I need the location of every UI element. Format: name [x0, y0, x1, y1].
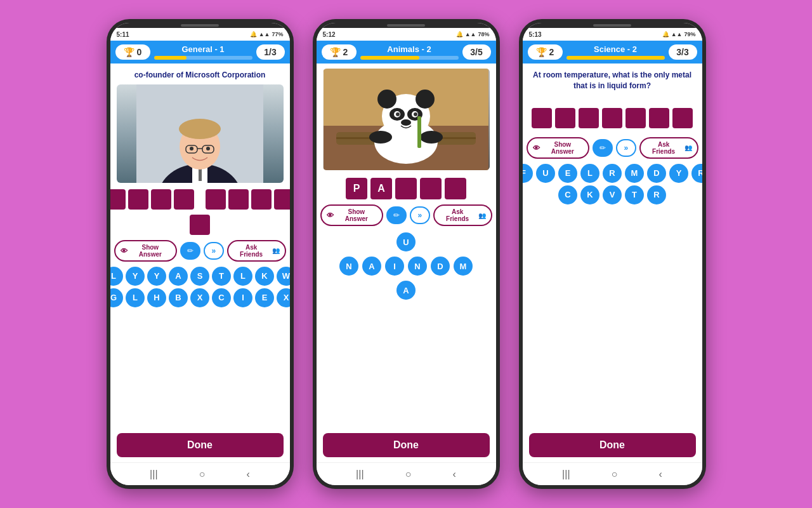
skip-button-2[interactable]: » — [410, 206, 430, 224]
time-2: 5:12 — [323, 31, 336, 38]
letter-C-1[interactable]: C — [212, 288, 231, 307]
eye-icon-1: 👁 — [121, 247, 128, 255]
skip-button-3[interactable]: » — [616, 139, 636, 157]
progress-bar-bg-3 — [566, 56, 665, 60]
phone-top-bar-1 — [110, 23, 290, 28]
letter-N-2a[interactable]: N — [339, 257, 358, 276]
skip-icon-2: » — [418, 211, 422, 220]
letter-X-1a[interactable]: X — [190, 288, 209, 307]
letter-L-1b[interactable]: L — [233, 267, 252, 286]
sci-letter-M-3[interactable]: M — [625, 164, 644, 183]
score-value-2: 2 — [343, 47, 348, 57]
letter-L-1[interactable]: L — [110, 267, 124, 286]
bill-gates-svg — [136, 84, 263, 183]
show-answer-button-1[interactable]: 👁 Show Answer — [114, 240, 178, 262]
answer-tile-A-2: A — [370, 178, 392, 199]
sci-letter-F-3[interactable]: F — [523, 164, 534, 183]
phone-body-2: P A 👁 Show Answer ✏ » Ask Frie — [317, 64, 496, 462]
letter-M-2[interactable]: M — [454, 257, 473, 276]
answer-tile-1-2 — [128, 189, 148, 210]
sci-letter-Y-3[interactable]: Y — [669, 164, 688, 183]
category-title-2: Animals - 2 — [387, 44, 431, 54]
letter-I-1[interactable]: I — [233, 288, 252, 307]
sci-letter-T-3[interactable]: T — [625, 185, 644, 204]
skip-button-1[interactable]: » — [204, 242, 224, 260]
avail-row-2c: A — [396, 281, 416, 300]
phone-2: 5:12 🔔 ▲▲ 78% 🏆 2 Animals - 2 3/5 — [313, 19, 500, 489]
science-letters-3: F U E L R M D Y R C K V T R — [523, 161, 702, 207]
ask-friends-button-3[interactable]: Ask Friends 👥 — [639, 137, 698, 159]
nav-menu-icon-1: ||| — [150, 469, 157, 480]
letter-N-2b[interactable]: N — [408, 257, 427, 276]
header-2: 🏆 2 Animals - 2 3/5 — [317, 41, 496, 64]
letter-K-1[interactable]: K — [255, 267, 274, 286]
letter-X-1b[interactable]: X — [277, 288, 290, 307]
show-answer-button-3[interactable]: 👁 Show Answer — [527, 137, 590, 159]
letter-D-2[interactable]: D — [431, 257, 450, 276]
letter-B-1[interactable]: B — [169, 288, 188, 307]
svg-point-25 — [401, 119, 411, 126]
letter-S-1[interactable]: S — [190, 267, 209, 286]
sci-letter-K-3[interactable]: K — [580, 185, 599, 204]
svg-point-27 — [420, 131, 443, 144]
sci-letter-L-3[interactable]: L — [580, 164, 599, 183]
status-bar-1: 5:11 🔔 ▲▲ 77% — [110, 28, 290, 41]
status-bar-3: 5:13 🔔 ▲▲ 79% — [523, 28, 702, 41]
show-answer-button-2[interactable]: 👁 Show Answer — [320, 204, 384, 226]
sci-letter-R-3b[interactable]: R — [691, 164, 702, 183]
nav-back-icon-2: ‹ — [453, 469, 456, 480]
friends-icon-1: 👥 — [272, 247, 280, 254]
svg-point-24 — [414, 112, 417, 116]
sci-letter-U-3[interactable]: U — [536, 164, 555, 183]
answer-word-tiles-2: P A — [317, 173, 496, 202]
sci-letter-D-3[interactable]: D — [647, 164, 666, 183]
letter-T-1[interactable]: T — [212, 267, 231, 286]
eraser-button-1[interactable]: ✏ — [180, 242, 200, 260]
sci-letter-R-3c[interactable]: R — [647, 185, 666, 204]
letter-Y-1b[interactable]: Y — [147, 267, 166, 286]
show-answer-label-2: Show Answer — [336, 208, 377, 222]
status-icons-2: 🔔 ▲▲ 78% — [456, 31, 490, 37]
letter-Y-1a[interactable]: Y — [126, 267, 145, 286]
sci-letter-row-3b: C K V T R — [558, 185, 666, 204]
action-buttons-2: 👁 Show Answer ✏ » Ask Friends 👥 — [317, 202, 496, 229]
sci-blank-1 — [532, 108, 552, 128]
svg-rect-28 — [417, 116, 421, 148]
sci-letter-R-3a[interactable]: R — [603, 164, 622, 183]
letter-A-2b[interactable]: A — [362, 257, 381, 276]
person-silhouette-1 — [117, 84, 284, 183]
question-text-3: At room temperature, what is the only me… — [523, 64, 702, 95]
sci-blank-4 — [602, 108, 622, 128]
done-button-2[interactable]: Done — [323, 433, 490, 457]
nav-home-icon-1: ○ — [199, 469, 206, 480]
letter-H-1[interactable]: H — [147, 288, 166, 307]
letter-I-2[interactable]: I — [385, 257, 404, 276]
ask-friends-button-2[interactable]: Ask Friends 👥 — [433, 204, 492, 226]
eraser-button-3[interactable]: ✏ — [593, 139, 613, 157]
svg-point-9 — [190, 147, 193, 150]
letter-U-2[interactable]: U — [396, 232, 416, 251]
letter-E-1[interactable]: E — [255, 288, 274, 307]
letter-A-2c[interactable]: A — [396, 281, 416, 300]
phone-body-3: At room temperature, what is the only me… — [523, 64, 702, 462]
letter-A-1[interactable]: A — [169, 267, 188, 286]
done-button-3[interactable]: Done — [529, 433, 696, 457]
svg-point-26 — [369, 131, 392, 144]
letter-L-1c[interactable]: L — [126, 288, 145, 307]
sci-letter-E-3[interactable]: E — [558, 164, 577, 183]
letter-G-1[interactable]: G — [110, 288, 124, 307]
done-button-1[interactable]: Done — [117, 433, 284, 457]
sci-blank-7 — [672, 108, 693, 128]
sci-letter-C-3[interactable]: C — [558, 185, 577, 204]
time-1: 5:11 — [117, 31, 129, 38]
action-buttons-1: 👁 Show Answer ✏ » Ask Friends 👥 — [110, 237, 290, 264]
sci-letter-V-3[interactable]: V — [603, 185, 622, 204]
ask-friends-button-1[interactable]: Ask Friends 👥 — [227, 240, 286, 262]
eraser-button-2[interactable]: ✏ — [386, 206, 407, 224]
signal-icon-1: 🔔 — [250, 31, 257, 37]
phone-3: 5:13 🔔 ▲▲ 79% 🏆 2 Science - 2 3/3 At roo… — [519, 19, 706, 489]
nav-menu-icon-2: ||| — [356, 469, 363, 480]
speaker-1 — [181, 24, 219, 27]
category-title-3: Science - 2 — [594, 44, 637, 54]
letter-W-1[interactable]: W — [277, 267, 290, 286]
